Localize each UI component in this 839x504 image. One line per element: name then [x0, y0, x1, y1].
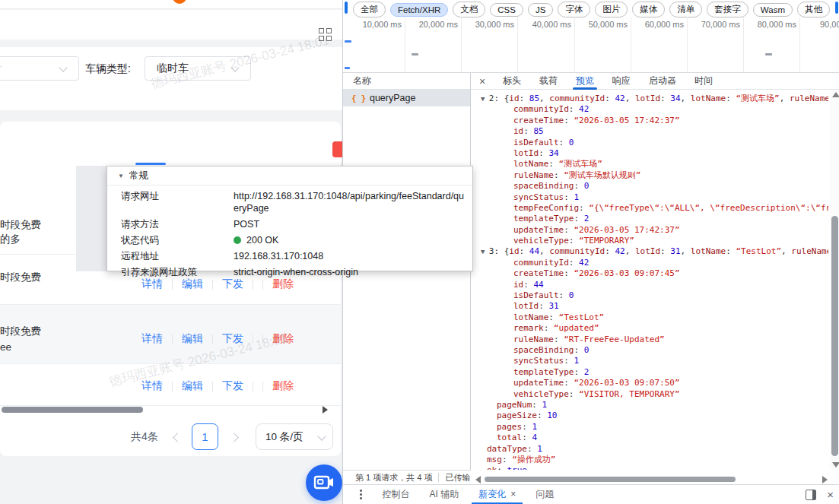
- json-token: :: [564, 192, 574, 202]
- json-tree-line: createTime: “2026-03-05 17:42:37”: [471, 116, 828, 126]
- json-tree-line: spaceBinding: 0: [471, 345, 828, 356]
- clipped-danger-button[interactable]: [332, 141, 342, 157]
- json-tree-line: templateType: 2: [471, 367, 828, 378]
- filter-pill[interactable]: JS: [528, 3, 553, 17]
- filter-pill[interactable]: 字体: [558, 2, 590, 17]
- scroll-right-icon[interactable]: [822, 476, 828, 483]
- filter-pill[interactable]: CSS: [490, 3, 523, 17]
- dispatch-button[interactable]: 下发: [222, 277, 243, 291]
- json-token: 4: [532, 433, 537, 442]
- detail-button[interactable]: 详情: [141, 379, 163, 393]
- json-token: ruleName: [790, 94, 828, 103]
- horizontal-scrollbar-thumb[interactable]: [485, 477, 736, 482]
- popup-gutter: [76, 166, 106, 271]
- drawer-menu-icon[interactable]: [360, 490, 362, 499]
- overview-left-handle[interactable]: [345, 2, 348, 14]
- json-token: 10: [547, 410, 557, 420]
- filter-pill[interactable]: 图片: [595, 2, 628, 17]
- details-tab[interactable]: 载荷: [530, 73, 567, 90]
- json-token: pageSize: [497, 410, 537, 420]
- scroll-up-icon[interactable]: [832, 92, 839, 97]
- edit-button[interactable]: 编辑: [182, 277, 203, 291]
- json-token: lotId: [635, 94, 660, 103]
- close-drawer-icon[interactable]: ×: [827, 488, 834, 501]
- detail-button[interactable]: 详情: [141, 277, 163, 291]
- dock-side-icon[interactable]: [806, 490, 816, 500]
- json-token: :: [539, 301, 548, 311]
- filter-pill[interactable]: Wasm: [753, 3, 793, 17]
- scroll-left-icon[interactable]: [475, 476, 481, 483]
- edit-button[interactable]: 编辑: [182, 379, 203, 393]
- horizontal-scrollbar-thumb[interactable]: [2, 407, 143, 413]
- json-tree-line: pages: 1: [471, 422, 828, 433]
- json-token: :: [569, 236, 579, 246]
- delete-button[interactable]: 删除: [272, 277, 294, 291]
- drawer-tab-issues[interactable]: 问题: [526, 485, 564, 504]
- json-token: id: [513, 280, 523, 290]
- close-details-icon[interactable]: ×: [471, 75, 494, 87]
- apps-grid-icon[interactable]: [319, 28, 332, 41]
- details-tab[interactable]: 预览: [567, 73, 603, 90]
- overview-right-handle[interactable]: [835, 2, 838, 14]
- vehicle-type-select[interactable]: 临时车: [145, 56, 251, 81]
- filter-pill[interactable]: 文档: [453, 2, 485, 17]
- general-section-header: ▼ 常规: [107, 166, 472, 185]
- json-tree-line: vehicleType: “TEMPORARY”: [471, 236, 828, 246]
- json-token: :: [579, 203, 589, 213]
- json-token: msg: [487, 455, 502, 464]
- json-tree-line: communityId: 42: [471, 258, 828, 268]
- delete-button[interactable]: 删除: [272, 332, 294, 346]
- filter-pill[interactable]: 清单: [669, 2, 702, 17]
- left-select[interactable]: [0, 56, 79, 81]
- page-number-button[interactable]: 1: [192, 423, 218, 450]
- drawer-tab-ai[interactable]: AI 辅助: [420, 485, 469, 504]
- request-waterfall-bar: [345, 40, 351, 43]
- json-token: vehicleType: [513, 236, 569, 246]
- json-token: 31: [670, 246, 680, 256]
- scroll-down-icon[interactable]: [832, 462, 839, 468]
- json-token: 34: [670, 94, 680, 103]
- json-token: pages: [497, 422, 522, 432]
- details-tab[interactable]: 标头: [494, 73, 530, 90]
- video-camera-icon: [306, 464, 342, 501]
- tree-expand-arrow-icon[interactable]: ▼: [481, 95, 489, 103]
- json-token: updateTime: [513, 225, 564, 235]
- screen-record-fab[interactable]: [306, 464, 342, 501]
- filter-pill[interactable]: 套接字: [707, 2, 748, 17]
- ruler-tick-label: 80,000 ms: [740, 20, 796, 29]
- collapse-arrow-icon[interactable]: ▼: [118, 173, 124, 179]
- json-token: :: [605, 246, 615, 256]
- detail-button[interactable]: 详情: [141, 332, 163, 346]
- details-tab[interactable]: 响应: [603, 73, 640, 90]
- scroll-right-arrow-icon[interactable]: [323, 406, 328, 414]
- close-tab-icon[interactable]: ×: [510, 489, 516, 499]
- details-tab[interactable]: 启动器: [640, 73, 685, 90]
- filter-pill[interactable]: 其他: [797, 2, 830, 17]
- drawer-tab-whats-new[interactable]: 新变化×: [469, 485, 526, 504]
- filter-pill[interactable]: Fetch/XHR: [390, 3, 448, 17]
- dispatch-button[interactable]: 下发: [222, 379, 243, 393]
- edit-button[interactable]: 编辑: [182, 332, 203, 346]
- json-token: 2: [584, 367, 590, 377]
- delete-button[interactable]: 删除: [272, 379, 294, 393]
- json-token: ,: [625, 94, 635, 103]
- json-token: lotName: [691, 94, 726, 103]
- filter-pill[interactable]: 媒体: [632, 2, 665, 17]
- json-token: :: [548, 312, 558, 322]
- json-token: :: [564, 268, 574, 278]
- vertical-scrollbar-thumb[interactable]: [831, 216, 838, 456]
- tree-expand-arrow-icon[interactable]: ▼: [481, 248, 489, 255]
- json-token: :: [564, 116, 574, 125]
- json-token: :: [554, 170, 564, 180]
- filter-pill[interactable]: 全部: [353, 2, 386, 17]
- json-tree-line: pageNum: 1: [471, 400, 828, 410]
- json-token: :: [569, 389, 579, 399]
- drawer-tab-console[interactable]: 控制台: [373, 485, 420, 504]
- json-token: 0: [569, 290, 574, 300]
- request-row-querypage[interactable]: { } queryPage: [343, 90, 470, 106]
- json-token: “RT-FreeFee-Updated”: [564, 334, 664, 344]
- page-size-select[interactable]: 10 条/页: [256, 423, 333, 450]
- json-token: 2: [584, 214, 590, 223]
- dispatch-button[interactable]: 下发: [222, 332, 243, 346]
- details-tab[interactable]: 时间: [685, 73, 722, 90]
